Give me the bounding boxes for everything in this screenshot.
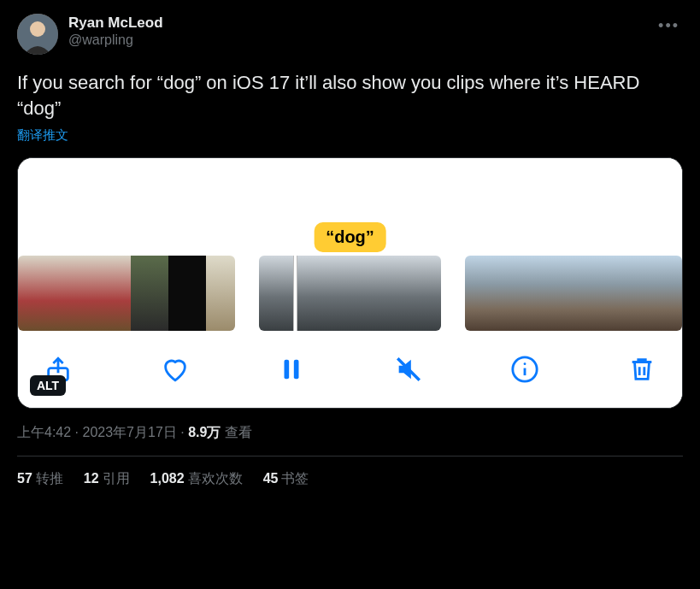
- media-card[interactable]: “dog”: [17, 157, 683, 409]
- clip-group[interactable]: [465, 256, 682, 331]
- tweet-stats: 57转推 12引用 1,082喜欢次数 45书签: [17, 456, 683, 488]
- count: 1,082: [150, 471, 185, 486]
- clip-frame: [615, 256, 653, 331]
- clip-frame: [465, 256, 503, 331]
- pause-icon[interactable]: [277, 355, 306, 384]
- stat-bookmarks[interactable]: 45书签: [263, 470, 309, 488]
- clip-frame: [540, 256, 578, 331]
- tweet-container: Ryan McLeod @warpling ••• If you search …: [0, 0, 700, 497]
- clip-frame: [409, 256, 440, 331]
- clip-frame: [131, 256, 168, 331]
- tweet-body: If you search for “dog” on iOS 17 it’ll …: [17, 70, 683, 121]
- clip-frame: [578, 256, 615, 331]
- views-count: 8.9万: [188, 425, 221, 439]
- clip-row[interactable]: [18, 252, 682, 336]
- clip-frame: [56, 256, 93, 331]
- author-block: Ryan McLeod @warpling: [68, 14, 163, 49]
- svg-rect-4: [294, 360, 299, 380]
- date[interactable]: 2023年7月17日: [82, 425, 176, 439]
- svg-point-1: [30, 21, 45, 37]
- clip-group[interactable]: [259, 256, 440, 331]
- playhead[interactable]: [293, 256, 297, 331]
- clip-frame: [18, 256, 56, 331]
- views-label: 查看: [221, 425, 251, 439]
- time[interactable]: 上午4:42: [17, 425, 71, 439]
- count: 12: [84, 471, 99, 486]
- mute-icon[interactable]: [394, 355, 423, 384]
- stat-likes[interactable]: 1,082喜欢次数: [150, 470, 243, 488]
- media-top: “dog”: [18, 158, 682, 252]
- clip-frame: [334, 256, 372, 331]
- clip-frame: [372, 256, 409, 331]
- info-icon[interactable]: [510, 355, 539, 384]
- heart-icon[interactable]: [161, 355, 190, 384]
- tweet-header: Ryan McLeod @warpling •••: [17, 14, 683, 55]
- stat-retweets[interactable]: 57转推: [17, 470, 63, 488]
- display-name[interactable]: Ryan McLeod: [68, 14, 163, 32]
- translate-link[interactable]: 翻译推文: [17, 127, 68, 144]
- tweet-meta: 上午4:42 · 2023年7月17日 · 8.9万 查看: [17, 424, 683, 442]
- count: 57: [17, 471, 32, 486]
- svg-point-8: [524, 363, 526, 366]
- stat-quotes[interactable]: 12引用: [84, 470, 130, 488]
- media-toolbar: [18, 336, 682, 408]
- more-button[interactable]: •••: [655, 14, 683, 38]
- clip-frame: [653, 256, 682, 331]
- clip-frame: [93, 256, 131, 331]
- clip-group[interactable]: [18, 256, 235, 331]
- avatar[interactable]: [17, 14, 58, 55]
- alt-badge[interactable]: ALT: [30, 375, 66, 396]
- label: 喜欢次数: [188, 471, 243, 486]
- clip-frame: [168, 256, 206, 331]
- clip-frame: [259, 256, 297, 331]
- label: 引用: [103, 471, 130, 486]
- trash-icon[interactable]: [627, 355, 656, 384]
- avatar-image: [17, 14, 58, 55]
- clip-frame: [206, 256, 235, 331]
- caption-bubble: “dog”: [314, 222, 386, 252]
- clip-frame: [503, 256, 540, 331]
- sep: ·: [177, 425, 188, 439]
- count: 45: [263, 471, 279, 486]
- label: 转推: [36, 471, 63, 486]
- sep: ·: [71, 425, 82, 439]
- handle[interactable]: @warpling: [68, 32, 163, 49]
- svg-rect-3: [285, 360, 290, 380]
- label: 书签: [281, 471, 309, 486]
- clip-frame: [297, 256, 334, 331]
